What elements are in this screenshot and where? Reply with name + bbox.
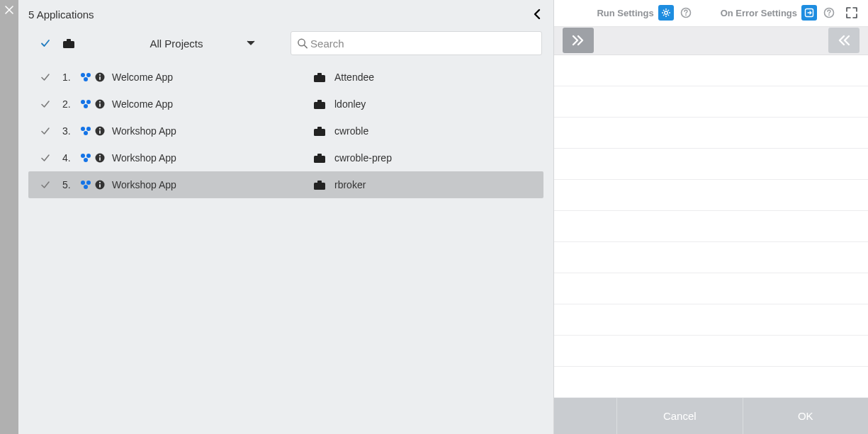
nav-row xyxy=(554,27,868,55)
svg-rect-23 xyxy=(99,130,101,134)
cancel-button[interactable]: Cancel xyxy=(616,398,743,434)
row-check-icon[interactable] xyxy=(28,125,62,137)
help-icon[interactable] xyxy=(678,5,694,21)
app-icon xyxy=(79,98,95,110)
app-list: 1.Welcome AppAttendee2.Welcome Appldonle… xyxy=(18,64,553,198)
panel-title: 5 Applications xyxy=(28,8,94,21)
svg-rect-0 xyxy=(63,41,74,48)
app-name: Workshop App xyxy=(111,125,313,137)
collapse-icon[interactable] xyxy=(531,7,543,21)
svg-rect-9 xyxy=(314,75,325,82)
error-settings-label: On Error Settings xyxy=(721,8,797,18)
run-settings-label: Run Settings xyxy=(597,8,653,18)
svg-point-20 xyxy=(86,127,91,131)
blank-row xyxy=(554,86,868,118)
svg-point-21 xyxy=(84,131,88,135)
select-all-check-icon[interactable] xyxy=(28,38,62,49)
svg-point-24 xyxy=(99,128,101,130)
svg-point-11 xyxy=(81,100,85,104)
rows-area xyxy=(554,55,868,398)
svg-point-29 xyxy=(84,158,88,162)
blank-row xyxy=(554,149,868,180)
info-icon[interactable] xyxy=(95,180,111,190)
search-input[interactable] xyxy=(310,38,536,50)
info-icon[interactable] xyxy=(95,126,111,136)
expand-icon[interactable] xyxy=(844,5,859,21)
app-icon xyxy=(79,125,95,137)
app-icon xyxy=(79,179,95,190)
svg-point-28 xyxy=(86,154,91,158)
row-check-icon[interactable] xyxy=(28,98,62,110)
app-row[interactable]: 1.Welcome AppAttendee xyxy=(28,64,543,91)
row-number: 4. xyxy=(62,152,79,164)
nav-prev-button[interactable] xyxy=(828,28,859,53)
filter-row: All Projects xyxy=(18,28,553,64)
left-strip xyxy=(0,0,18,434)
briefcase-icon xyxy=(313,98,334,110)
svg-point-8 xyxy=(99,74,101,76)
svg-rect-26 xyxy=(317,127,322,130)
app-row[interactable]: 4.Workshop Appcwroble-prep xyxy=(28,144,543,171)
svg-point-45 xyxy=(685,15,687,16)
project-select-label: All Projects xyxy=(106,38,247,50)
search-box[interactable] xyxy=(291,31,542,55)
svg-rect-41 xyxy=(314,183,325,190)
blank-row xyxy=(554,273,868,304)
app-name: Welcome App xyxy=(111,98,313,110)
svg-rect-7 xyxy=(99,76,101,80)
info-icon[interactable] xyxy=(95,153,111,163)
app-icon xyxy=(79,72,95,83)
caret-down-icon xyxy=(247,40,262,46)
ok-button[interactable]: OK xyxy=(743,398,869,434)
svg-point-16 xyxy=(99,101,101,103)
applications-panel: 5 Applications All Projects xyxy=(18,0,554,434)
app-icon xyxy=(79,152,95,164)
svg-rect-15 xyxy=(99,103,101,107)
project-name: cwroble xyxy=(334,125,541,137)
close-icon[interactable] xyxy=(5,6,13,14)
gear-icon[interactable] xyxy=(658,5,674,21)
svg-rect-25 xyxy=(314,129,325,136)
info-icon[interactable] xyxy=(95,72,111,82)
project-name: rbroker xyxy=(334,179,541,190)
row-number: 2. xyxy=(62,98,79,110)
svg-point-37 xyxy=(84,185,88,189)
briefcase-icon xyxy=(313,152,334,164)
right-pane: Run Settings On Error Settings xyxy=(554,0,868,434)
app-row[interactable]: 2.Welcome Appldonley xyxy=(28,91,543,118)
svg-rect-10 xyxy=(317,73,322,76)
svg-point-13 xyxy=(84,104,88,108)
nav-next-button[interactable] xyxy=(563,28,594,53)
blank-row xyxy=(554,367,868,398)
row-number: 3. xyxy=(62,125,79,137)
app-row[interactable]: 3.Workshop Appcwroble xyxy=(28,118,543,144)
blank-row xyxy=(554,211,868,242)
svg-rect-1 xyxy=(67,39,71,42)
help-icon-2[interactable] xyxy=(821,5,837,21)
row-check-icon[interactable] xyxy=(28,179,62,190)
briefcase-icon xyxy=(313,125,334,137)
app-row[interactable]: 5.Workshop Apprbroker xyxy=(28,171,543,198)
app-name: Welcome App xyxy=(111,72,313,83)
project-select[interactable]: All Projects xyxy=(78,38,262,50)
svg-point-40 xyxy=(99,182,101,183)
error-settings-icon[interactable] xyxy=(801,5,817,21)
svg-rect-18 xyxy=(317,100,322,103)
row-check-icon[interactable] xyxy=(28,152,62,164)
svg-point-19 xyxy=(81,127,85,131)
search-icon xyxy=(297,38,308,49)
panel-header: 5 Applications xyxy=(18,0,553,28)
svg-point-3 xyxy=(81,73,85,77)
row-number: 1. xyxy=(62,72,79,83)
briefcase-icon xyxy=(313,72,334,83)
svg-point-5 xyxy=(84,77,88,81)
blank-row xyxy=(554,180,868,211)
blank-row xyxy=(554,304,868,336)
footer-filler xyxy=(554,398,616,434)
info-icon[interactable] xyxy=(95,99,111,109)
svg-point-27 xyxy=(81,154,85,158)
briefcase-icon xyxy=(62,38,78,49)
svg-rect-42 xyxy=(317,181,322,183)
row-check-icon[interactable] xyxy=(28,72,62,83)
blank-row xyxy=(554,336,868,367)
